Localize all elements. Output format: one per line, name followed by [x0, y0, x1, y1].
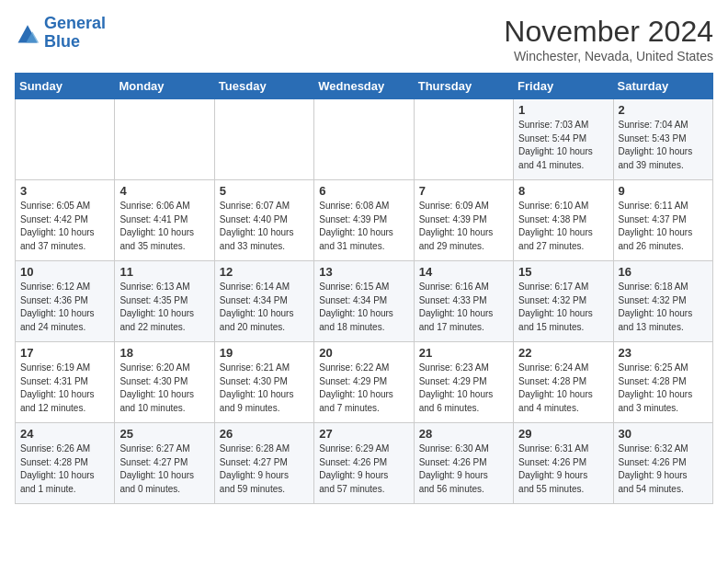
day-info: Sunrise: 6:17 AM Sunset: 4:32 PM Dayligh…	[518, 281, 608, 334]
day-info: Sunrise: 6:12 AM Sunset: 4:36 PM Dayligh…	[20, 281, 109, 334]
day-number: 28	[419, 427, 508, 441]
day-number: 7	[419, 184, 508, 198]
day-info: Sunrise: 6:31 AM Sunset: 4:26 PM Dayligh…	[518, 442, 608, 496]
week-row-4: 17Sunrise: 6:19 AM Sunset: 4:31 PM Dayli…	[16, 342, 713, 423]
calendar-cell: 5Sunrise: 6:07 AM Sunset: 4:40 PM Daylig…	[214, 180, 313, 261]
day-number: 1	[518, 103, 608, 117]
day-info: Sunrise: 6:19 AM Sunset: 4:31 PM Dayligh…	[20, 362, 109, 415]
day-number: 14	[419, 265, 508, 279]
day-number: 23	[619, 346, 708, 360]
calendar-cell	[414, 99, 513, 180]
calendar-body: 1Sunrise: 7:03 AM Sunset: 5:44 PM Daylig…	[16, 99, 713, 504]
calendar-cell: 2Sunrise: 7:04 AM Sunset: 5:43 PM Daylig…	[613, 99, 712, 180]
logo-line1: General	[44, 14, 106, 32]
calendar-cell: 8Sunrise: 6:10 AM Sunset: 4:38 PM Daylig…	[514, 180, 613, 261]
day-number: 16	[619, 265, 708, 279]
day-number: 6	[319, 184, 408, 198]
day-info: Sunrise: 6:26 AM Sunset: 4:28 PM Dayligh…	[20, 442, 109, 496]
day-info: Sunrise: 7:03 AM Sunset: 5:44 PM Dayligh…	[518, 119, 608, 172]
weekday-header-wednesday: Wednesday	[314, 74, 414, 99]
calendar-cell: 27Sunrise: 6:29 AM Sunset: 4:26 PM Dayli…	[314, 423, 414, 504]
logo-line2: Blue	[44, 32, 80, 51]
week-row-1: 1Sunrise: 7:03 AM Sunset: 5:44 PM Daylig…	[16, 99, 713, 180]
day-number: 12	[220, 265, 309, 279]
day-info: Sunrise: 6:22 AM Sunset: 4:29 PM Dayligh…	[319, 362, 408, 415]
day-number: 2	[619, 103, 708, 117]
logo-text: General Blue	[44, 15, 106, 52]
calendar-cell: 1Sunrise: 7:03 AM Sunset: 5:44 PM Daylig…	[514, 99, 613, 180]
calendar-cell: 13Sunrise: 6:15 AM Sunset: 4:34 PM Dayli…	[314, 261, 414, 342]
day-number: 26	[220, 427, 309, 441]
day-number: 11	[119, 265, 209, 279]
calendar-cell: 7Sunrise: 6:09 AM Sunset: 4:39 PM Daylig…	[414, 180, 513, 261]
day-info: Sunrise: 6:15 AM Sunset: 4:34 PM Dayligh…	[319, 281, 408, 334]
day-number: 5	[220, 184, 309, 198]
calendar-cell: 22Sunrise: 6:24 AM Sunset: 4:28 PM Dayli…	[514, 342, 613, 423]
calendar-cell: 26Sunrise: 6:28 AM Sunset: 4:27 PM Dayli…	[214, 423, 313, 504]
calendar-cell: 29Sunrise: 6:31 AM Sunset: 4:26 PM Dayli…	[514, 423, 613, 504]
day-number: 22	[518, 346, 608, 360]
day-info: Sunrise: 6:21 AM Sunset: 4:30 PM Dayligh…	[220, 362, 309, 415]
day-number: 19	[220, 346, 309, 360]
day-info: Sunrise: 6:20 AM Sunset: 4:30 PM Dayligh…	[119, 362, 209, 415]
day-number: 17	[20, 346, 109, 360]
day-number: 13	[319, 265, 408, 279]
calendar-cell: 10Sunrise: 6:12 AM Sunset: 4:36 PM Dayli…	[16, 261, 115, 342]
calendar-cell: 16Sunrise: 6:18 AM Sunset: 4:32 PM Dayli…	[613, 261, 712, 342]
day-info: Sunrise: 6:24 AM Sunset: 4:28 PM Dayligh…	[518, 362, 608, 415]
calendar-cell: 11Sunrise: 6:13 AM Sunset: 4:35 PM Dayli…	[115, 261, 214, 342]
weekday-header-tuesday: Tuesday	[214, 74, 313, 99]
day-number: 15	[518, 265, 608, 279]
day-number: 10	[20, 265, 109, 279]
calendar-cell: 20Sunrise: 6:22 AM Sunset: 4:29 PM Dayli…	[314, 342, 414, 423]
calendar-cell: 4Sunrise: 6:06 AM Sunset: 4:41 PM Daylig…	[115, 180, 214, 261]
day-number: 9	[619, 184, 708, 198]
calendar-table: SundayMondayTuesdayWednesdayThursdayFrid…	[15, 73, 713, 504]
day-number: 25	[119, 427, 209, 441]
location: Winchester, Nevada, United States	[504, 49, 713, 63]
calendar-cell: 30Sunrise: 6:32 AM Sunset: 4:26 PM Dayli…	[613, 423, 712, 504]
page-header: General Blue November 2024 Winchester, N…	[15, 15, 713, 63]
weekday-header-sunday: Sunday	[16, 74, 115, 99]
day-info: Sunrise: 6:18 AM Sunset: 4:32 PM Dayligh…	[619, 281, 708, 334]
weekday-header-monday: Monday	[115, 74, 214, 99]
day-info: Sunrise: 6:32 AM Sunset: 4:26 PM Dayligh…	[619, 442, 708, 496]
day-number: 27	[319, 427, 408, 441]
day-info: Sunrise: 6:30 AM Sunset: 4:26 PM Dayligh…	[419, 442, 508, 496]
day-number: 20	[319, 346, 408, 360]
calendar-header: SundayMondayTuesdayWednesdayThursdayFrid…	[16, 74, 713, 99]
day-info: Sunrise: 6:16 AM Sunset: 4:33 PM Dayligh…	[419, 281, 508, 334]
day-number: 24	[20, 427, 109, 441]
day-info: Sunrise: 6:05 AM Sunset: 4:42 PM Dayligh…	[20, 200, 109, 253]
calendar-cell	[314, 99, 414, 180]
week-row-3: 10Sunrise: 6:12 AM Sunset: 4:36 PM Dayli…	[16, 261, 713, 342]
day-info: Sunrise: 6:06 AM Sunset: 4:41 PM Dayligh…	[119, 200, 209, 253]
month-title: November 2024	[504, 15, 713, 49]
calendar-cell: 12Sunrise: 6:14 AM Sunset: 4:34 PM Dayli…	[214, 261, 313, 342]
calendar-cell: 15Sunrise: 6:17 AM Sunset: 4:32 PM Dayli…	[514, 261, 613, 342]
calendar-cell: 3Sunrise: 6:05 AM Sunset: 4:42 PM Daylig…	[16, 180, 115, 261]
day-info: Sunrise: 6:07 AM Sunset: 4:40 PM Dayligh…	[220, 200, 309, 253]
day-info: Sunrise: 6:23 AM Sunset: 4:29 PM Dayligh…	[419, 362, 508, 415]
weekday-header-row: SundayMondayTuesdayWednesdayThursdayFrid…	[16, 74, 713, 99]
day-info: Sunrise: 6:13 AM Sunset: 4:35 PM Dayligh…	[119, 281, 209, 334]
day-number: 4	[119, 184, 209, 198]
calendar-cell: 28Sunrise: 6:30 AM Sunset: 4:26 PM Dayli…	[414, 423, 513, 504]
day-number: 18	[119, 346, 209, 360]
day-info: Sunrise: 6:14 AM Sunset: 4:34 PM Dayligh…	[220, 281, 309, 334]
calendar-cell: 14Sunrise: 6:16 AM Sunset: 4:33 PM Dayli…	[414, 261, 513, 342]
day-info: Sunrise: 6:09 AM Sunset: 4:39 PM Dayligh…	[419, 200, 508, 253]
weekday-header-friday: Friday	[514, 74, 613, 99]
calendar-cell: 19Sunrise: 6:21 AM Sunset: 4:30 PM Dayli…	[214, 342, 313, 423]
calendar-cell: 18Sunrise: 6:20 AM Sunset: 4:30 PM Dayli…	[115, 342, 214, 423]
day-info: Sunrise: 7:04 AM Sunset: 5:43 PM Dayligh…	[619, 119, 708, 172]
day-info: Sunrise: 6:08 AM Sunset: 4:39 PM Dayligh…	[319, 200, 408, 253]
logo: General Blue	[15, 15, 106, 52]
calendar-cell: 24Sunrise: 6:26 AM Sunset: 4:28 PM Dayli…	[16, 423, 115, 504]
week-row-5: 24Sunrise: 6:26 AM Sunset: 4:28 PM Dayli…	[16, 423, 713, 504]
calendar-cell	[214, 99, 313, 180]
calendar-cell: 23Sunrise: 6:25 AM Sunset: 4:28 PM Dayli…	[613, 342, 712, 423]
calendar-cell: 21Sunrise: 6:23 AM Sunset: 4:29 PM Dayli…	[414, 342, 513, 423]
weekday-header-thursday: Thursday	[414, 74, 513, 99]
calendar-cell: 9Sunrise: 6:11 AM Sunset: 4:37 PM Daylig…	[613, 180, 712, 261]
